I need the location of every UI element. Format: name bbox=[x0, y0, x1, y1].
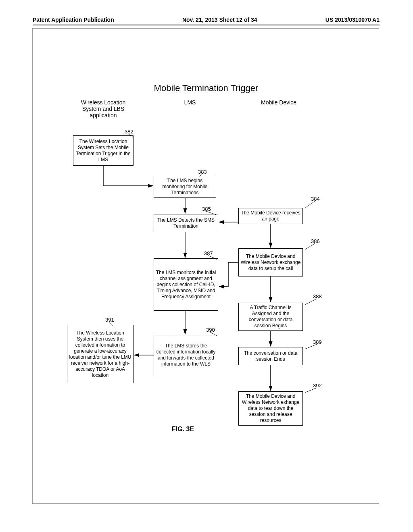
box-388: A Traffic Channel is Assigned and the co… bbox=[238, 303, 303, 331]
col-header-lms: LMS bbox=[174, 99, 206, 106]
box-386: The Mobile Device and Wireless Network e… bbox=[238, 248, 303, 276]
ref-382: 382 bbox=[125, 129, 133, 135]
header-right: US 2013/0310070 A1 bbox=[325, 17, 380, 23]
ref-392: 392 bbox=[313, 382, 322, 389]
page-header: Patent Application Publication Nov. 21, … bbox=[33, 17, 380, 23]
header-center: Nov. 21, 2013 Sheet 12 of 34 bbox=[182, 17, 257, 23]
ref-391: 391 bbox=[105, 317, 114, 323]
diagram-title: Mobile Termination Trigger bbox=[33, 83, 380, 94]
box-383: The LMS begins monitoring for Mobile Ter… bbox=[154, 176, 216, 198]
box-389: The conversation or data session Ends bbox=[238, 347, 303, 365]
header-left: Patent Application Publication bbox=[33, 17, 114, 23]
box-385: The LMS Detects the SMS Termination bbox=[154, 214, 218, 232]
figure-label: FIG. 3E bbox=[172, 426, 194, 433]
box-387: The LMS monitors the initial channel ass… bbox=[154, 258, 218, 311]
box-382: The Wireless Location System Sets the Mo… bbox=[73, 135, 133, 166]
ref-390: 390 bbox=[206, 327, 215, 333]
box-390: The LMS stores the collected information… bbox=[154, 335, 218, 375]
ref-389: 389 bbox=[313, 339, 322, 345]
ref-385: 385 bbox=[202, 206, 211, 212]
box-392: The Mobile Device and Wireless Network e… bbox=[238, 391, 303, 426]
ref-383: 383 bbox=[198, 169, 207, 175]
svg-line-6 bbox=[305, 299, 317, 305]
header-rule bbox=[33, 25, 380, 25]
col-header-mobile: Mobile Device bbox=[250, 99, 307, 106]
svg-line-2 bbox=[305, 201, 315, 208]
page-frame: Patent Application Publication Nov. 21, … bbox=[32, 28, 379, 504]
ref-386: 386 bbox=[311, 238, 320, 244]
svg-line-3 bbox=[305, 243, 315, 249]
ref-387: 387 bbox=[204, 250, 213, 256]
ref-388: 388 bbox=[313, 293, 322, 299]
box-391: The Wireless Location System then uses t… bbox=[67, 325, 133, 383]
box-384: The Mobile Device receives an page bbox=[238, 208, 303, 224]
col-header-wls: Wireless LocationSystem and LBSapplicati… bbox=[69, 99, 138, 118]
ref-384: 384 bbox=[311, 196, 320, 202]
